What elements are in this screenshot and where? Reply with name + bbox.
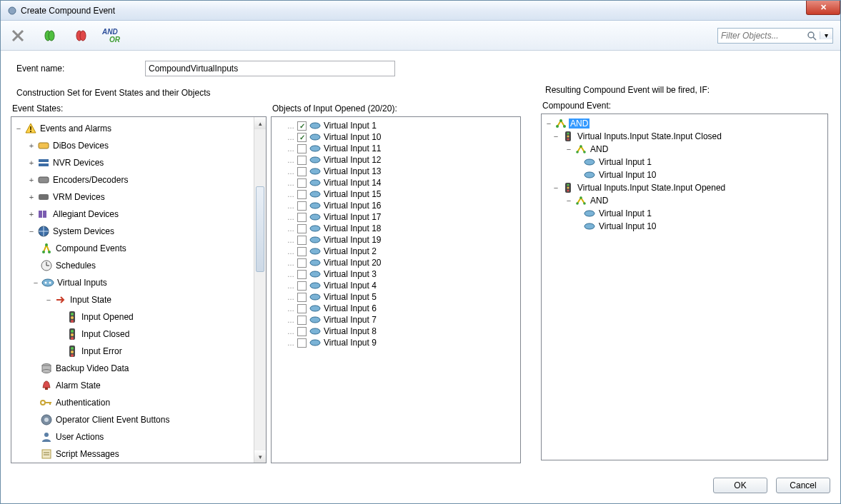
- object-row[interactable]: …Virtual Input 18: [274, 223, 519, 234]
- compound-closed-vi10[interactable]: Virtual Input 10: [544, 168, 826, 181]
- svg-point-6: [80, 31, 86, 41]
- compound-tree[interactable]: − AND − Virtual Inputs.Input State.Input…: [542, 114, 827, 236]
- checkbox[interactable]: [297, 178, 307, 188]
- scroll-up-icon[interactable]: ▴: [254, 117, 266, 129]
- collapse-icon[interactable]: −: [14, 124, 23, 133]
- compound-root-and[interactable]: − AND: [544, 117, 826, 130]
- script-icon: [40, 448, 53, 460]
- tree-item-operator-buttons[interactable]: Operator Client Event Buttons: [14, 411, 253, 428]
- tree-item-input-opened[interactable]: Input Opened: [14, 308, 253, 326]
- object-row[interactable]: …Virtual Input 17: [274, 211, 519, 223]
- delete-tool[interactable]: [8, 26, 28, 46]
- tree-item-dibos[interactable]: + DiBos Devices: [14, 137, 253, 154]
- object-label: Virtual Input 17: [324, 212, 382, 222]
- tree-item-backup[interactable]: Backup Video Data: [14, 360, 253, 377]
- tree-item-compound-events[interactable]: Compound Events: [14, 240, 253, 257]
- checkbox[interactable]: [297, 167, 307, 176]
- checkbox[interactable]: [297, 258, 307, 268]
- checkbox[interactable]: [297, 270, 307, 279]
- checkbox[interactable]: [297, 247, 307, 256]
- tree-item-system[interactable]: − System Devices: [14, 223, 253, 240]
- object-row[interactable]: …Virtual Input 13: [274, 166, 519, 177]
- tree-item-alarm-state[interactable]: Alarm State: [14, 377, 253, 394]
- object-row[interactable]: …Virtual Input 11: [274, 143, 519, 154]
- checkbox[interactable]: [297, 338, 307, 348]
- object-row[interactable]: …Virtual Input 4: [274, 280, 519, 291]
- event-states-tree[interactable]: − Events and Alarms + DiBos Devic: [11, 117, 266, 465]
- compound-closed-and[interactable]: − AND: [544, 143, 826, 156]
- remove-red-tool[interactable]: [71, 26, 91, 46]
- tree-item-auth[interactable]: Authentication: [14, 394, 253, 411]
- tree-item-schedules[interactable]: Schedules: [14, 257, 253, 274]
- titlebar[interactable]: Create Compound Event ✕: [1, 1, 840, 21]
- checkbox[interactable]: [297, 293, 307, 302]
- dotted-icon: …: [287, 328, 294, 336]
- object-row[interactable]: …Virtual Input 7: [274, 314, 519, 326]
- tree-item-encdec[interactable]: + Encoders/Decoders: [14, 171, 253, 188]
- compound-closed-path[interactable]: − Virtual Inputs.Input State.Input Close…: [544, 130, 826, 143]
- object-row[interactable]: …✓Virtual Input 10: [274, 131, 519, 143]
- scrollbar[interactable]: ▴ ▾: [254, 117, 266, 463]
- compound-opened-vi10[interactable]: Virtual Input 10: [544, 220, 826, 233]
- scroll-thumb[interactable]: [256, 186, 264, 272]
- event-name-input[interactable]: [145, 61, 395, 76]
- close-button[interactable]: ✕: [806, 1, 840, 15]
- checkbox[interactable]: [297, 236, 307, 245]
- object-row[interactable]: …Virtual Input 14: [274, 177, 519, 188]
- checkbox[interactable]: [297, 144, 307, 153]
- compound-opened-path[interactable]: − Virtual Inputs.Input State.Input Opene…: [544, 181, 826, 194]
- add-green-tool[interactable]: [39, 26, 59, 46]
- compound-opened-vi1[interactable]: Virtual Input 1: [544, 207, 826, 220]
- checkbox[interactable]: [297, 224, 307, 233]
- tree-item-virtual-inputs[interactable]: − Virtual Inputs: [14, 274, 253, 291]
- svg-point-39: [71, 351, 74, 353]
- checkbox[interactable]: [297, 327, 307, 336]
- compound-opened-and[interactable]: − AND: [544, 194, 826, 207]
- tree-item-input-state[interactable]: − Input State: [14, 291, 253, 308]
- svg-point-73: [310, 340, 320, 346]
- compound-closed-vi1[interactable]: Virtual Input 1: [544, 156, 826, 168]
- checkbox[interactable]: [297, 201, 307, 211]
- tree-item-allegiant[interactable]: + Allegiant Devices: [14, 206, 253, 223]
- object-row[interactable]: …Virtual Input 3: [274, 268, 519, 280]
- svg-rect-47: [49, 402, 51, 405]
- and-or-tool[interactable]: AND OR: [102, 26, 120, 46]
- tree-item-user-actions[interactable]: User Actions: [14, 428, 253, 445]
- scroll-track[interactable]: [254, 129, 266, 450]
- tree-item-input-closed[interactable]: Input Closed: [14, 326, 253, 343]
- object-row[interactable]: …Virtual Input 20: [274, 257, 519, 268]
- tree-item-nvr[interactable]: + NVR Devices: [14, 154, 253, 171]
- object-row[interactable]: …Virtual Input 12: [274, 154, 519, 166]
- object-row[interactable]: …Virtual Input 2: [274, 246, 519, 257]
- svg-point-66: [310, 260, 320, 266]
- object-row[interactable]: …Virtual Input 8: [274, 326, 519, 337]
- object-row[interactable]: …Virtual Input 6: [274, 303, 519, 314]
- object-row[interactable]: …Virtual Input 16: [274, 200, 519, 211]
- checkbox[interactable]: [297, 304, 307, 313]
- checkbox[interactable]: [297, 316, 307, 325]
- cancel-button[interactable]: Cancel: [776, 478, 830, 493]
- object-row[interactable]: …Virtual Input 9: [274, 337, 519, 348]
- filter-input[interactable]: [718, 29, 804, 42]
- checkbox[interactable]: ✓: [297, 133, 307, 142]
- tree-item-script-messages[interactable]: Script Messages: [14, 445, 253, 463]
- tree-item-vrm[interactable]: + VRM Devices: [14, 188, 253, 206]
- scroll-down-icon[interactable]: ▾: [254, 450, 266, 463]
- tree-item-input-error[interactable]: Input Error: [14, 343, 253, 360]
- object-row[interactable]: …✓Virtual Input 1: [274, 120, 519, 131]
- filter-dropdown-button[interactable]: ▾: [820, 31, 832, 39]
- object-label: Virtual Input 7: [324, 315, 377, 325]
- object-row[interactable]: …Virtual Input 5: [274, 291, 519, 303]
- object-row[interactable]: …Virtual Input 19: [274, 234, 519, 246]
- checkbox[interactable]: [297, 213, 307, 222]
- tree-root[interactable]: − Events and Alarms: [14, 120, 253, 137]
- checkbox[interactable]: [297, 281, 307, 291]
- checkbox[interactable]: [297, 190, 307, 199]
- checkbox[interactable]: ✓: [297, 121, 307, 131]
- ok-button[interactable]: OK: [713, 478, 767, 493]
- checkbox[interactable]: [297, 156, 307, 165]
- filter-search-button[interactable]: [804, 31, 820, 41]
- compound-icon: [554, 117, 567, 130]
- objects-list[interactable]: …✓Virtual Input 1…✓Virtual Input 10…Virt…: [272, 117, 520, 351]
- object-row[interactable]: …Virtual Input 15: [274, 188, 519, 200]
